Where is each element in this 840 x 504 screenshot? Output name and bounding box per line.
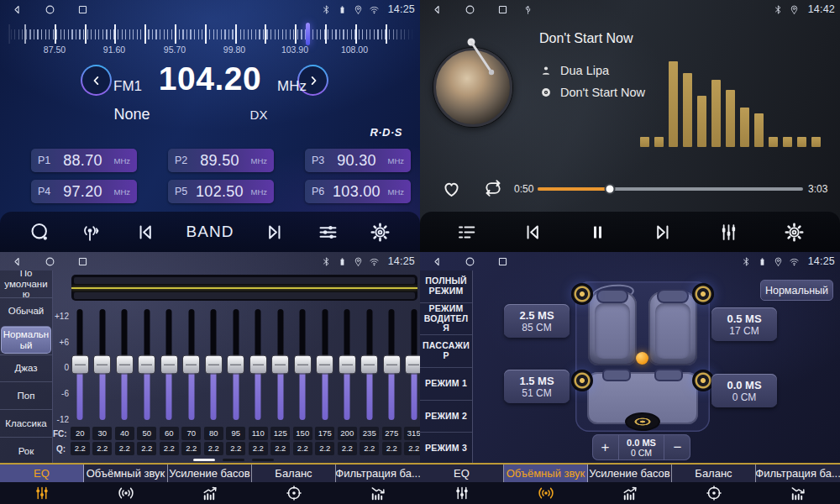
- audio-settings-button[interactable]: [317, 221, 339, 244]
- slider-handle[interactable]: [227, 355, 244, 375]
- tab-eq[interactable]: EQ: [0, 465, 84, 504]
- slider-handle[interactable]: [383, 355, 401, 375]
- nav-recents-button[interactable]: [76, 255, 89, 268]
- q-value[interactable]: 2.2: [404, 442, 420, 455]
- surround-mode-item[interactable]: ПАССАЖИР: [420, 334, 472, 367]
- fc-value[interactable]: 125: [270, 427, 290, 440]
- surround-mode-item[interactable]: РЕЖИМ ВОДИТЕЛЯ: [420, 302, 472, 335]
- fc-value[interactable]: 20: [71, 427, 90, 440]
- q-value[interactable]: 2.2: [71, 442, 90, 455]
- scan-button[interactable]: [29, 221, 51, 244]
- preset-p6-button[interactable]: P6103.00MHz: [305, 180, 411, 203]
- nav-recents-button[interactable]: [496, 3, 509, 16]
- q-value[interactable]: 2.2: [315, 442, 334, 455]
- fc-value[interactable]: 200: [338, 427, 357, 440]
- q-value[interactable]: 2.2: [293, 442, 312, 455]
- increase-delay-button[interactable]: +: [592, 434, 619, 460]
- tab-bass-boost[interactable]: Усиление басов: [168, 465, 252, 504]
- q-value[interactable]: 2.2: [181, 442, 201, 455]
- rear-left-delay-button[interactable]: 1.5 MS 51 CM: [504, 370, 570, 403]
- tuning-scale[interactable]: 87.5091.6095.7099.80103.90108.00: [0, 21, 420, 55]
- pause-button[interactable]: [586, 221, 609, 244]
- surround-mode-item[interactable]: РЕЖИМ 3: [420, 432, 472, 465]
- nav-home-button[interactable]: [44, 3, 56, 16]
- eq-preset-item[interactable]: Джаз: [0, 354, 52, 382]
- tuning-pointer[interactable]: [306, 23, 310, 45]
- listening-position-dot[interactable]: [636, 352, 648, 365]
- q-value[interactable]: 2.2: [160, 442, 179, 455]
- eq-preset-item[interactable]: Классика: [0, 409, 52, 437]
- eq-preset-item[interactable]: По умолчанию: [0, 270, 52, 297]
- slider-handle[interactable]: [249, 355, 267, 375]
- surround-mode-item[interactable]: ПОЛНЫЙ РЕЖИМ: [420, 270, 472, 302]
- slider-handle[interactable]: [138, 355, 155, 375]
- tab-surround-sound[interactable]: Объёмный звук: [84, 465, 168, 504]
- seek-down-button[interactable]: [134, 221, 156, 244]
- q-value[interactable]: 2.2: [137, 442, 156, 455]
- tab-bass-boost[interactable]: Усиление басов: [588, 465, 672, 504]
- slider-handle[interactable]: [71, 355, 89, 375]
- slider-track[interactable]: [99, 309, 105, 420]
- nav-home-button[interactable]: [44, 255, 56, 268]
- q-value[interactable]: 2.2: [360, 442, 379, 455]
- surround-mode-item[interactable]: РЕЖИМ 2: [420, 400, 472, 433]
- decrease-delay-button[interactable]: −: [664, 434, 690, 460]
- tab-surround-sound[interactable]: Объёмный звук: [504, 465, 588, 504]
- profile-button[interactable]: Нормальный: [760, 280, 833, 301]
- eq-preset-item[interactable]: Поп: [0, 381, 52, 409]
- tab-filter[interactable]: Фильтрация ба...: [756, 465, 840, 504]
- front-right-delay-button[interactable]: 0.5 MS 17 CM: [711, 307, 777, 341]
- surround-mode-item[interactable]: РЕЖИМ 1: [420, 367, 472, 400]
- slider-handle[interactable]: [116, 355, 134, 375]
- slider-track[interactable]: [411, 309, 417, 420]
- eq-preset-item[interactable]: Нормальный: [1, 326, 51, 354]
- slider-track[interactable]: [300, 309, 306, 420]
- slider-handle[interactable]: [294, 355, 312, 375]
- equalizer-button[interactable]: [717, 221, 740, 244]
- favorite-button[interactable]: [440, 177, 463, 200]
- settings-button[interactable]: [783, 221, 806, 244]
- preset-p1-button[interactable]: P188.70MHz: [31, 149, 137, 172]
- fc-value[interactable]: 275: [382, 427, 402, 440]
- front-left-speaker-icon[interactable]: [571, 283, 593, 305]
- tab-eq[interactable]: EQ: [420, 465, 504, 504]
- seek-bar[interactable]: [538, 187, 803, 191]
- nav-back-button[interactable]: [431, 255, 444, 268]
- slider-track[interactable]: [144, 309, 150, 420]
- tab-filter[interactable]: Фильтрация ба...: [336, 465, 420, 504]
- preset-p2-button[interactable]: P289.50MHz: [168, 149, 274, 172]
- fc-value[interactable]: 80: [204, 427, 223, 440]
- seek-bar-knob[interactable]: [605, 184, 616, 195]
- fc-value[interactable]: 315: [404, 427, 420, 440]
- q-value[interactable]: 2.2: [204, 442, 223, 455]
- rear-left-speaker-icon[interactable]: [571, 370, 593, 391]
- slider-track[interactable]: [166, 309, 172, 420]
- slider-handle[interactable]: [93, 355, 111, 375]
- fc-value[interactable]: 70: [181, 427, 201, 440]
- fc-value[interactable]: 235: [360, 427, 379, 440]
- slider-track[interactable]: [255, 309, 261, 420]
- nav-back-button[interactable]: [431, 3, 444, 16]
- slider-handle[interactable]: [182, 355, 200, 375]
- tune-down-button[interactable]: [81, 65, 112, 96]
- eq-preset-item[interactable]: Рок: [0, 437, 52, 465]
- tab-balance[interactable]: Баланс: [252, 465, 336, 504]
- slider-handle[interactable]: [160, 355, 178, 375]
- slider-track[interactable]: [389, 309, 395, 420]
- nav-back-button[interactable]: [11, 255, 24, 268]
- q-value[interactable]: 2.2: [115, 442, 134, 455]
- band-page-dash[interactable]: [223, 459, 244, 461]
- slider-track[interactable]: [366, 309, 372, 420]
- q-value[interactable]: 2.2: [338, 442, 357, 455]
- slider-track[interactable]: [233, 309, 239, 420]
- slider-track[interactable]: [277, 309, 283, 420]
- band-button[interactable]: BAND: [186, 223, 234, 241]
- fc-value[interactable]: 150: [293, 427, 312, 440]
- nav-recents-button[interactable]: [496, 255, 509, 268]
- band-page-dash[interactable]: [252, 459, 274, 461]
- fc-value[interactable]: 60: [160, 427, 179, 440]
- slider-track[interactable]: [322, 309, 328, 420]
- tab-balance[interactable]: Баланс: [672, 465, 756, 504]
- q-value[interactable]: 2.2: [270, 442, 290, 455]
- playlist-button[interactable]: [455, 221, 478, 244]
